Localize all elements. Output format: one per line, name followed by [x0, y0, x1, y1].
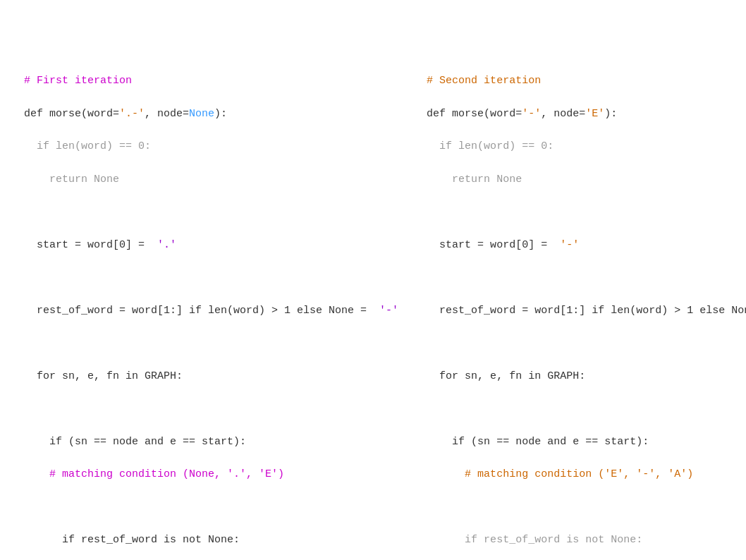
right-line-13: # matching condition ('E', '-', 'A') [427, 466, 746, 482]
left-if-1: if (sn == node and e == start): [24, 436, 246, 448]
right-line-5 [427, 204, 746, 220]
left-line-4: return None [24, 171, 398, 188]
right-line-1: # Second iteration [427, 73, 746, 89]
right-def-2: , node= [541, 108, 585, 120]
left-gray-2: return None [24, 174, 119, 185]
left-line-2: def morse(word='.-', node=None): [24, 106, 398, 122]
left-code-block: # First iteration def morse(word='.-', n… [24, 56, 398, 560]
left-line-7 [24, 269, 398, 286]
right-gray-1: if len(word) == 0: [427, 140, 554, 152]
right-line-12: if (sn == node and e == start): [427, 434, 746, 450]
right-def-3: ): [604, 108, 617, 120]
right-def-1: def morse(word= [427, 108, 522, 120]
left-line-8: rest_of_word = word[1:] if len(word) > 1… [24, 303, 398, 319]
left-if-2: if rest_of_word is not None: [24, 534, 240, 546]
left-string-3: '-' [373, 305, 398, 317]
right-if-1: if (sn == node and e == start): [427, 436, 649, 448]
right-comment-2: # matching condition ('E', '-', 'A') [427, 468, 693, 480]
right-start-1: start = word[0] = [427, 239, 554, 251]
right-line-14 [427, 499, 746, 516]
right-string-2: 'E' [585, 108, 604, 120]
left-line-3: if len(word) == 0: [24, 138, 398, 154]
right-string-1: '-' [522, 108, 541, 120]
right-if-2: if rest_of_word is not None: [427, 534, 642, 546]
right-code-block: # Second iteration def morse(word='-', n… [427, 56, 746, 560]
left-line-9 [24, 335, 398, 351]
right-line-3: if len(word) == 0: [427, 138, 746, 154]
left-none-1: None [189, 108, 214, 120]
right-line-15: if rest_of_word is not None: [427, 532, 746, 548]
left-string-2: '.' [151, 239, 176, 251]
right-rest-1: rest_of_word = word[1:] if len(word) > 1… [427, 305, 746, 317]
main-content: # First iteration def morse(word='.-', n… [14, 56, 732, 560]
right-line-8: rest_of_word = word[1:] if len(word) > 1… [427, 303, 746, 319]
left-start-1: start = word[0] = [24, 239, 151, 251]
left-gray-1: if len(word) == 0: [24, 140, 151, 152]
left-line-1: # First iteration [24, 73, 398, 89]
left-line-14 [24, 499, 398, 516]
left-line-11 [24, 401, 398, 417]
left-column: # First iteration def morse(word='.-', n… [14, 56, 405, 560]
left-line-13: # matching condition (None, '.', 'E') [24, 466, 398, 482]
right-column: # Second iteration def morse(word='-', n… [405, 56, 746, 560]
right-line-2: def morse(word='-', node='E'): [427, 106, 746, 122]
right-gray-2: return None [427, 174, 522, 185]
right-for-1: for sn, e, fn in GRAPH: [427, 370, 585, 382]
right-line-10: for sn, e, fn in GRAPH: [427, 368, 746, 384]
right-comment-1: # Second iteration [427, 75, 541, 87]
left-def-2: , node= [145, 108, 189, 120]
left-rest-1: rest_of_word = word[1:] if len(word) > 1… [24, 305, 373, 317]
left-for-1: for sn, e, fn in GRAPH: [24, 370, 183, 382]
left-string-1: '.-' [119, 108, 145, 120]
right-line-6: start = word[0] = '-' [427, 237, 746, 253]
left-line-12: if (sn == node and e == start): [24, 434, 398, 450]
right-string-3: '-' [554, 239, 579, 251]
right-line-4: return None [427, 171, 746, 188]
left-line-10: for sn, e, fn in GRAPH: [24, 368, 398, 384]
right-line-11 [427, 401, 746, 417]
left-def-1: def morse(word= [24, 108, 119, 120]
left-def-3: ): [214, 108, 227, 120]
right-line-7 [427, 269, 746, 286]
left-line-15: if rest_of_word is not None: [24, 532, 398, 548]
left-line-5 [24, 204, 398, 220]
left-comment-1: # First iteration [24, 75, 132, 87]
right-line-9 [427, 335, 746, 351]
left-comment-2: # matching condition (None, '.', 'E') [24, 468, 284, 480]
left-line-6: start = word[0] = '.' [24, 237, 398, 253]
